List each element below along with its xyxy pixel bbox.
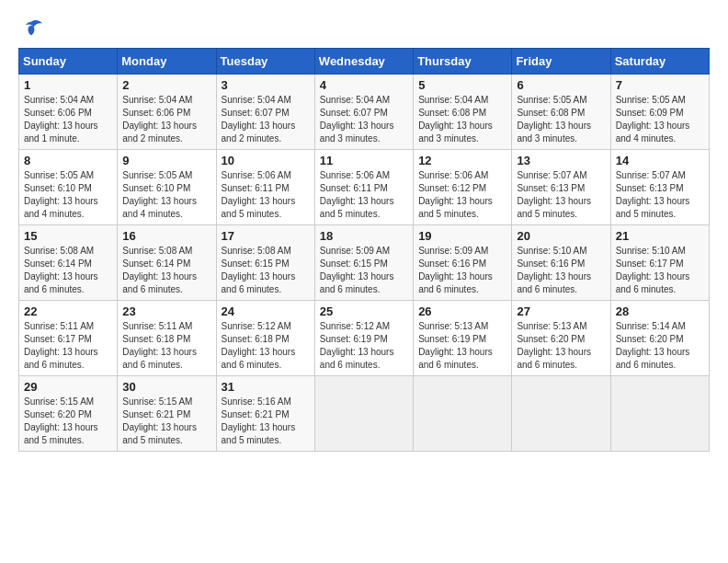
- calendar-day-cell: 26Sunrise: 5:13 AM Sunset: 6:19 PM Dayli…: [414, 301, 512, 376]
- day-number: 3: [222, 78, 310, 92]
- calendar-day-cell: 8Sunrise: 5:05 AM Sunset: 6:10 PM Daylig…: [19, 150, 118, 225]
- day-number: 22: [24, 304, 112, 318]
- column-header-wednesday: Wednesday: [314, 49, 413, 75]
- day-info: Sunrise: 5:11 AM Sunset: 6:17 PM Dayligh…: [24, 320, 112, 372]
- calendar-day-cell: 3Sunrise: 5:04 AM Sunset: 6:07 PM Daylig…: [216, 75, 314, 150]
- day-number: 19: [418, 229, 506, 243]
- calendar-week-row: 15Sunrise: 5:08 AM Sunset: 6:14 PM Dayli…: [19, 225, 710, 301]
- day-number: 7: [616, 78, 704, 92]
- day-number: 26: [418, 304, 506, 318]
- day-info: Sunrise: 5:08 AM Sunset: 6:15 PM Dayligh…: [222, 245, 310, 296]
- day-number: 24: [222, 304, 310, 318]
- day-info: Sunrise: 5:05 AM Sunset: 6:08 PM Dayligh…: [517, 94, 605, 145]
- day-info: Sunrise: 5:05 AM Sunset: 6:10 PM Dayligh…: [122, 169, 210, 221]
- day-number: 2: [122, 78, 210, 92]
- day-info: Sunrise: 5:12 AM Sunset: 6:19 PM Dayligh…: [320, 320, 408, 372]
- day-number: 16: [122, 229, 210, 243]
- column-header-thursday: Thursday: [414, 49, 512, 75]
- calendar-day-cell: [610, 376, 709, 452]
- day-info: Sunrise: 5:10 AM Sunset: 6:16 PM Dayligh…: [517, 245, 605, 296]
- day-number: 14: [616, 154, 704, 167]
- day-number: 17: [222, 229, 310, 243]
- calendar-day-cell: 2Sunrise: 5:04 AM Sunset: 6:06 PM Daylig…: [118, 75, 216, 150]
- day-info: Sunrise: 5:04 AM Sunset: 6:07 PM Dayligh…: [320, 94, 408, 145]
- day-number: 6: [517, 78, 605, 92]
- calendar-day-cell: 14Sunrise: 5:07 AM Sunset: 6:13 PM Dayli…: [610, 150, 709, 225]
- day-number: 12: [418, 154, 506, 167]
- calendar-day-cell: 25Sunrise: 5:12 AM Sunset: 6:19 PM Dayli…: [314, 301, 413, 376]
- calendar-day-cell: 31Sunrise: 5:16 AM Sunset: 6:21 PM Dayli…: [216, 376, 314, 452]
- day-info: Sunrise: 5:09 AM Sunset: 6:16 PM Dayligh…: [418, 245, 506, 296]
- calendar-day-cell: 1Sunrise: 5:04 AM Sunset: 6:06 PM Daylig…: [19, 75, 118, 150]
- day-info: Sunrise: 5:13 AM Sunset: 6:19 PM Dayligh…: [418, 320, 506, 372]
- calendar-day-cell: 7Sunrise: 5:05 AM Sunset: 6:09 PM Daylig…: [610, 75, 709, 150]
- day-number: 8: [24, 154, 112, 167]
- day-info: Sunrise: 5:11 AM Sunset: 6:18 PM Dayligh…: [122, 320, 210, 372]
- day-info: Sunrise: 5:08 AM Sunset: 6:14 PM Dayligh…: [122, 245, 210, 296]
- calendar-week-row: 22Sunrise: 5:11 AM Sunset: 6:17 PM Dayli…: [19, 301, 710, 376]
- calendar-day-cell: 16Sunrise: 5:08 AM Sunset: 6:14 PM Dayli…: [118, 225, 216, 301]
- calendar-table: SundayMondayTuesdayWednesdayThursdayFrid…: [18, 48, 710, 452]
- day-number: 18: [320, 229, 408, 243]
- day-info: Sunrise: 5:13 AM Sunset: 6:20 PM Dayligh…: [517, 320, 605, 372]
- calendar-day-cell: 10Sunrise: 5:06 AM Sunset: 6:11 PM Dayli…: [216, 150, 314, 225]
- calendar-week-row: 29Sunrise: 5:15 AM Sunset: 6:20 PM Dayli…: [19, 376, 710, 452]
- calendar-day-cell: 12Sunrise: 5:06 AM Sunset: 6:12 PM Dayli…: [414, 150, 512, 225]
- calendar-day-cell: 30Sunrise: 5:15 AM Sunset: 6:21 PM Dayli…: [118, 376, 216, 452]
- day-number: 9: [122, 154, 210, 167]
- day-info: Sunrise: 5:04 AM Sunset: 6:06 PM Dayligh…: [122, 94, 210, 145]
- day-number: 10: [222, 154, 310, 167]
- calendar-day-cell: 27Sunrise: 5:13 AM Sunset: 6:20 PM Dayli…: [512, 301, 610, 376]
- day-number: 1: [24, 78, 112, 92]
- calendar-day-cell: 11Sunrise: 5:06 AM Sunset: 6:11 PM Dayli…: [314, 150, 413, 225]
- calendar-day-cell: 18Sunrise: 5:09 AM Sunset: 6:15 PM Dayli…: [314, 225, 413, 301]
- column-header-saturday: Saturday: [610, 49, 709, 75]
- calendar-day-cell: 4Sunrise: 5:04 AM Sunset: 6:07 PM Daylig…: [314, 75, 413, 150]
- day-info: Sunrise: 5:06 AM Sunset: 6:12 PM Dayligh…: [418, 169, 506, 221]
- calendar-day-cell: 23Sunrise: 5:11 AM Sunset: 6:18 PM Dayli…: [118, 301, 216, 376]
- column-header-sunday: Sunday: [19, 49, 118, 75]
- day-number: 13: [517, 154, 605, 167]
- day-info: Sunrise: 5:04 AM Sunset: 6:06 PM Dayligh…: [24, 94, 112, 145]
- day-number: 28: [616, 304, 704, 318]
- calendar-day-cell: 21Sunrise: 5:10 AM Sunset: 6:17 PM Dayli…: [610, 225, 709, 301]
- calendar-day-cell: [512, 376, 610, 452]
- calendar-header-row: SundayMondayTuesdayWednesdayThursdayFrid…: [19, 49, 710, 75]
- day-info: Sunrise: 5:05 AM Sunset: 6:10 PM Dayligh…: [24, 169, 112, 221]
- day-info: Sunrise: 5:04 AM Sunset: 6:08 PM Dayligh…: [418, 94, 506, 145]
- day-number: 30: [122, 380, 210, 394]
- calendar-day-cell: 15Sunrise: 5:08 AM Sunset: 6:14 PM Dayli…: [19, 225, 118, 301]
- calendar-day-cell: 29Sunrise: 5:15 AM Sunset: 6:20 PM Dayli…: [19, 376, 118, 452]
- calendar-day-cell: [314, 376, 413, 452]
- day-info: Sunrise: 5:06 AM Sunset: 6:11 PM Dayligh…: [320, 169, 408, 221]
- column-header-tuesday: Tuesday: [216, 49, 314, 75]
- day-info: Sunrise: 5:09 AM Sunset: 6:15 PM Dayligh…: [320, 245, 408, 296]
- day-info: Sunrise: 5:14 AM Sunset: 6:20 PM Dayligh…: [616, 320, 704, 372]
- calendar-day-cell: 22Sunrise: 5:11 AM Sunset: 6:17 PM Dayli…: [19, 301, 118, 376]
- day-info: Sunrise: 5:04 AM Sunset: 6:07 PM Dayligh…: [222, 94, 310, 145]
- day-info: Sunrise: 5:07 AM Sunset: 6:13 PM Dayligh…: [616, 169, 704, 221]
- day-number: 23: [122, 304, 210, 318]
- day-number: 25: [320, 304, 408, 318]
- calendar-day-cell: 20Sunrise: 5:10 AM Sunset: 6:16 PM Dayli…: [512, 225, 610, 301]
- calendar-week-row: 8Sunrise: 5:05 AM Sunset: 6:10 PM Daylig…: [19, 150, 710, 225]
- calendar-day-cell: 17Sunrise: 5:08 AM Sunset: 6:15 PM Dayli…: [216, 225, 314, 301]
- day-number: 11: [320, 154, 408, 167]
- calendar-day-cell: 6Sunrise: 5:05 AM Sunset: 6:08 PM Daylig…: [512, 75, 610, 150]
- calendar-day-cell: 9Sunrise: 5:05 AM Sunset: 6:10 PM Daylig…: [118, 150, 216, 225]
- day-info: Sunrise: 5:15 AM Sunset: 6:21 PM Dayligh…: [122, 396, 210, 447]
- day-info: Sunrise: 5:16 AM Sunset: 6:21 PM Dayligh…: [222, 396, 310, 447]
- day-info: Sunrise: 5:15 AM Sunset: 6:20 PM Dayligh…: [24, 396, 112, 447]
- day-number: 20: [517, 229, 605, 243]
- calendar-day-cell: 5Sunrise: 5:04 AM Sunset: 6:08 PM Daylig…: [414, 75, 512, 150]
- column-header-monday: Monday: [118, 49, 216, 75]
- calendar-week-row: 1Sunrise: 5:04 AM Sunset: 6:06 PM Daylig…: [19, 75, 710, 150]
- day-number: 5: [418, 78, 506, 92]
- calendar-day-cell: [414, 376, 512, 452]
- day-info: Sunrise: 5:07 AM Sunset: 6:13 PM Dayligh…: [517, 169, 605, 221]
- day-number: 27: [517, 304, 605, 318]
- calendar-day-cell: 19Sunrise: 5:09 AM Sunset: 6:16 PM Dayli…: [414, 225, 512, 301]
- calendar-day-cell: 13Sunrise: 5:07 AM Sunset: 6:13 PM Dayli…: [512, 150, 610, 225]
- calendar-day-cell: 28Sunrise: 5:14 AM Sunset: 6:20 PM Dayli…: [610, 301, 709, 376]
- day-number: 4: [320, 78, 408, 92]
